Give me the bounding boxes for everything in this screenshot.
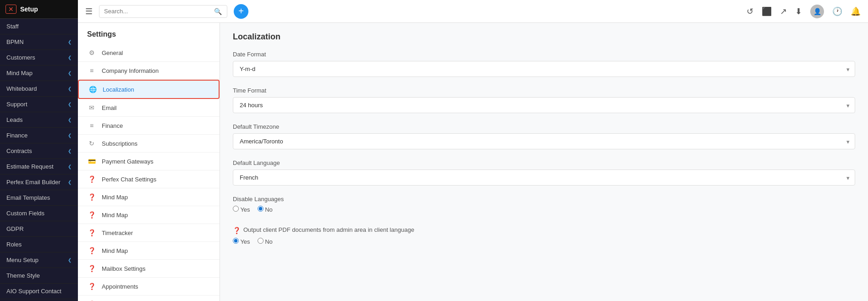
output-pdf-yes-option[interactable]: Yes: [233, 238, 250, 245]
settings-menu-item-finance[interactable]: ≡Finance: [78, 117, 220, 135]
sidebar-item-label: Contracts: [6, 148, 32, 154]
output-pdf-radio-group: Yes No: [233, 238, 855, 248]
search-box: 🔍: [99, 5, 227, 18]
disable-languages-yes-option[interactable]: Yes: [233, 206, 250, 213]
sidebar-item-gdpr[interactable]: GDPR: [0, 221, 78, 237]
date-format-select[interactable]: Y-m-dd/m/Ym/d/Yd-m-Y: [233, 61, 855, 77]
output-pdf-info-row: ❓ Output client PDF documents from admin…: [233, 226, 855, 234]
sidebar-item-roles[interactable]: Roles: [0, 237, 78, 252]
settings-menu-item-perfex-chat[interactable]: ❓Perfex Chat Settings: [78, 170, 220, 188]
settings-menu-item-accounting[interactable]: ❓Accounting: [78, 296, 220, 301]
settings-menu-item-company-information[interactable]: ≡Company Information: [78, 62, 220, 80]
settings-menu-icon-email: ✉: [87, 104, 96, 111]
sidebar-item-label: Support: [6, 101, 27, 108]
settings-menu-label-localization: Localization: [103, 86, 134, 93]
settings-menu-label-company-information: Company Information: [102, 67, 159, 74]
sidebar-item-email-templates[interactable]: Email Templates: [0, 190, 78, 206]
add-button[interactable]: +: [234, 4, 248, 19]
hamburger-icon[interactable]: ☰: [85, 6, 93, 16]
sidebar-close-icon[interactable]: ✕: [5, 5, 16, 14]
disable-languages-yes-radio[interactable]: [233, 206, 239, 212]
sidebar-item-estimate-request[interactable]: Estimate Request❮: [0, 159, 78, 175]
sidebar-item-companies[interactable]: Companies: [0, 299, 78, 301]
output-pdf-no-option[interactable]: No: [258, 238, 273, 245]
disable-languages-no-option[interactable]: No: [258, 206, 273, 213]
settings-menu-icon-mind-map-1: ❓: [87, 193, 96, 201]
output-pdf-yes-radio[interactable]: [233, 238, 239, 244]
timezone-select[interactable]: America/TorontoAmerica/New_YorkEurope/Lo…: [233, 133, 855, 149]
download-icon[interactable]: ⬇: [795, 6, 802, 16]
disable-languages-yes-label: Yes: [240, 206, 250, 213]
search-icon: 🔍: [214, 8, 222, 15]
settings-menu-item-mind-map-2[interactable]: ❓Mind Map: [78, 206, 220, 224]
settings-menu-icon-mind-map-2: ❓: [87, 211, 96, 219]
timezone-group: Default Timezone America/TorontoAmerica/…: [233, 123, 855, 149]
sidebar-item-staff[interactable]: Staff: [0, 19, 78, 34]
sidebar-item-contracts[interactable]: Contracts❮: [0, 143, 78, 159]
clock-icon[interactable]: 🕐: [832, 6, 842, 16]
info-icon: ❓: [233, 227, 241, 234]
settings-menu-item-mailbox[interactable]: ❓Mailbox Settings: [78, 260, 220, 278]
screen-icon[interactable]: ⬛: [762, 6, 772, 16]
disable-languages-radio-group: Yes No: [233, 206, 855, 216]
history-icon[interactable]: ↺: [747, 6, 753, 16]
settings-menu-item-timetracker[interactable]: ❓Timetracker: [78, 224, 220, 242]
chevron-icon: ❮: [68, 164, 71, 169]
settings-menu-item-payment-gateways[interactable]: 💳Payment Gateways: [78, 153, 220, 170]
sidebar-item-aio-support[interactable]: AIO Support Contact: [0, 284, 78, 299]
sidebar-item-finance[interactable]: Finance❮: [0, 128, 78, 143]
settings-menu-icon-finance: ≡: [87, 122, 96, 129]
sidebar-item-whiteboard[interactable]: Whiteboard❮: [0, 81, 78, 97]
search-input[interactable]: [104, 8, 214, 15]
chevron-icon: ❮: [68, 257, 71, 263]
output-pdf-no-radio[interactable]: [258, 238, 264, 244]
localization-title: Localization: [233, 32, 855, 42]
date-format-group: Date Format Y-m-dd/m/Ym/d/Yd-m-Y: [233, 51, 855, 77]
disable-languages-no-radio[interactable]: [258, 206, 264, 212]
sidebar-item-leads[interactable]: Leads❮: [0, 112, 78, 128]
sidebar-item-bpmn[interactable]: BPMN❮: [0, 34, 78, 50]
chevron-icon: ❮: [68, 148, 71, 153]
settings-sidebar: Settings ⚙General≡Company Information🌐Lo…: [78, 23, 220, 301]
sidebar-item-menu-setup[interactable]: Menu Setup❮: [0, 252, 78, 268]
chevron-icon: ❮: [68, 102, 71, 107]
settings-menu-label-mailbox: Mailbox Settings: [102, 265, 145, 272]
language-group: Default Language FrenchEnglishSpanishGer…: [233, 159, 855, 186]
bell-icon[interactable]: 🔔: [851, 6, 861, 16]
share-icon[interactable]: ↗: [780, 6, 787, 16]
settings-sidebar-title: Settings: [78, 23, 220, 44]
sidebar-title: Setup: [20, 5, 38, 13]
sidebar-item-label: Theme Style: [6, 272, 40, 279]
chevron-icon: ❮: [68, 133, 71, 138]
sidebar-item-label: Whiteboard: [6, 85, 37, 92]
sidebar-item-theme-style[interactable]: Theme Style: [0, 268, 78, 284]
settings-menu-label-email: Email: [102, 104, 117, 111]
time-format-select-wrapper: 24 hours12 hours: [233, 97, 855, 113]
time-format-select[interactable]: 24 hours12 hours: [233, 97, 855, 113]
sidebar-header: ✕ Setup: [0, 0, 78, 19]
sidebar-item-custom-fields[interactable]: Custom Fields: [0, 206, 78, 221]
settings-menu-icon-company-information: ≡: [87, 67, 96, 74]
settings-menu-item-email[interactable]: ✉Email: [78, 99, 220, 117]
sidebar-item-label: Finance: [6, 132, 27, 139]
settings-menu-label-timetracker: Timetracker: [102, 230, 133, 236]
language-select[interactable]: FrenchEnglishSpanishGerman: [233, 170, 855, 186]
settings-menu-icon-subscriptions: ↻: [87, 140, 96, 147]
chevron-icon: ❮: [68, 71, 71, 76]
settings-menu-item-localization[interactable]: 🌐Localization: [78, 80, 220, 99]
settings-menu-item-mind-map-1[interactable]: ❓Mind Map: [78, 188, 220, 206]
settings-menu-item-general[interactable]: ⚙General: [78, 44, 220, 62]
sidebar-items-list: StaffBPMN❮Customers❮Mind Map❮Whiteboard❮…: [0, 19, 78, 301]
settings-menu-item-subscriptions[interactable]: ↻Subscriptions: [78, 135, 220, 153]
sidebar-item-support[interactable]: Support❮: [0, 97, 78, 112]
output-pdf-group: ❓ Output client PDF documents from admin…: [233, 226, 855, 248]
sidebar-item-customers[interactable]: Customers❮: [0, 50, 78, 66]
settings-menu-item-appointments[interactable]: ❓Appointments: [78, 278, 220, 296]
settings-menu-icon-general: ⚙: [87, 49, 96, 56]
sidebar-item-perfex-email-builder[interactable]: Perfex Email Builder❮: [0, 175, 78, 190]
time-format-group: Time Format 24 hours12 hours: [233, 87, 855, 113]
output-pdf-no-label: No: [265, 238, 273, 245]
settings-menu-item-mind-map-3[interactable]: ❓Mind Map: [78, 242, 220, 260]
sidebar-item-mind-map[interactable]: Mind Map❮: [0, 66, 78, 81]
avatar[interactable]: 👤: [810, 5, 824, 18]
